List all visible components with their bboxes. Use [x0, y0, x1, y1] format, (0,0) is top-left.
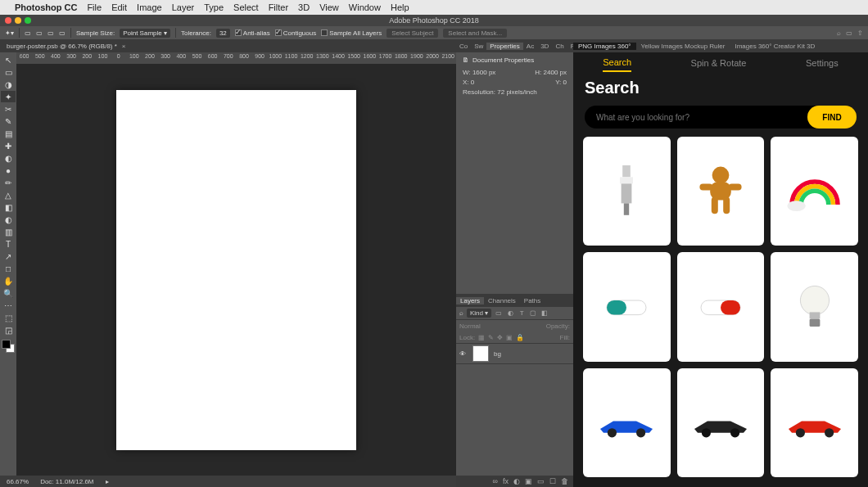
filter-smart-icon[interactable]: ◧	[540, 309, 549, 317]
image-card-spark-plug[interactable]	[583, 137, 671, 246]
close-icon[interactable]	[5, 17, 11, 24]
menu-edit[interactable]: Edit	[111, 2, 127, 12]
crop-tool[interactable]: ✂	[1, 103, 16, 115]
image-card-race-car-red[interactable]	[771, 368, 858, 477]
visibility-icon[interactable]: 👁	[459, 350, 468, 358]
menu-3d[interactable]: 3D	[298, 2, 310, 12]
quickmask-tool[interactable]: ◲	[1, 324, 16, 336]
sampleall-checkbox[interactable]	[321, 29, 328, 36]
subtract-selection-icon[interactable]: ▭	[47, 29, 54, 37]
fx-icon[interactable]: fx	[503, 477, 509, 485]
image-card-light-bulb[interactable]	[771, 252, 858, 361]
workspace-icon[interactable]: ▭	[846, 29, 852, 37]
tab-color[interactable]: Co	[456, 43, 471, 50]
shape-tool[interactable]: □	[1, 263, 16, 274]
tab-paths[interactable]: Paths	[520, 297, 545, 304]
menu-help[interactable]: Help	[391, 2, 409, 12]
share-icon[interactable]: ⇪	[857, 29, 863, 37]
canvas-viewport[interactable]	[16, 64, 456, 476]
type-tool[interactable]: T	[1, 238, 16, 250]
close-tab-icon[interactable]: ×	[122, 43, 126, 50]
layer-name[interactable]: bg	[494, 350, 501, 358]
filter-pixel-icon[interactable]: ▭	[495, 309, 503, 317]
tab-3d[interactable]: 3D	[537, 43, 552, 50]
menu-filter[interactable]: Filter	[269, 2, 288, 12]
marquee-tool[interactable]: ▭	[1, 66, 16, 78]
zoom-icon[interactable]	[25, 17, 31, 24]
subnav-settings[interactable]: Settings	[806, 55, 839, 71]
menu-file[interactable]: File	[87, 2, 102, 12]
group-icon[interactable]: ▭	[537, 477, 545, 485]
image-card-gingerbread-man[interactable]	[677, 137, 765, 246]
eyedropper-tool[interactable]: ✎	[1, 115, 16, 127]
image-card-capsule-teal[interactable]	[583, 252, 671, 361]
image-card-capsule-red[interactable]	[677, 252, 765, 361]
sample-size-select[interactable]: Point Sample ▾	[120, 29, 170, 38]
layer-thumbnail[interactable]	[472, 345, 489, 362]
document-tab[interactable]: burger-poster.psb @ 66.7% (RGB/8) *	[7, 43, 117, 50]
document-canvas[interactable]	[116, 90, 356, 450]
dodge-tool[interactable]: ▥	[1, 226, 16, 237]
tab-swatches[interactable]: Sw	[471, 43, 486, 50]
contiguous-checkbox[interactable]	[275, 29, 282, 36]
search-icon[interactable]: ⌕	[837, 29, 841, 37]
tab-png-images[interactable]: PNG Images 360°	[573, 43, 636, 50]
filter-type-icon[interactable]: T	[518, 309, 526, 317]
tool-preset-icon[interactable]: ✦▾	[5, 29, 14, 37]
subnav-spin[interactable]: Spin & Rotate	[691, 55, 747, 71]
antialias-checkbox[interactable]	[235, 29, 242, 36]
add-selection-icon[interactable]: ▭	[36, 29, 43, 37]
image-card-rainbow[interactable]	[771, 137, 858, 246]
lock-position-icon[interactable]: ✥	[497, 334, 503, 341]
stamp-tool[interactable]: ●	[1, 165, 16, 176]
edit-toolbar[interactable]: ⬚	[1, 312, 16, 323]
search-input[interactable]	[585, 106, 819, 129]
image-card-race-car-black[interactable]	[677, 368, 765, 477]
menu-type[interactable]: Type	[204, 2, 224, 12]
tab-channels-mini[interactable]: Ch	[552, 43, 567, 50]
eraser-tool[interactable]: △	[1, 189, 16, 201]
tab-properties[interactable]: Properties	[486, 43, 522, 50]
path-tool[interactable]: ↗	[1, 250, 16, 262]
gradient-tool[interactable]: ◧	[1, 201, 16, 213]
select-subject-button[interactable]: Select Subject	[387, 29, 438, 38]
minimize-icon[interactable]	[15, 17, 21, 24]
filter-shape-icon[interactable]: ▢	[529, 309, 537, 317]
magic-wand-tool[interactable]: ✦	[1, 91, 16, 102]
status-chevron-icon[interactable]: ▸	[106, 478, 109, 485]
extras-tool[interactable]: ⋯	[1, 300, 16, 311]
adjustment-icon[interactable]: ▣	[525, 477, 532, 485]
new-layer-icon[interactable]: ☐	[549, 477, 556, 485]
link-layers-icon[interactable]: ∞	[493, 477, 498, 485]
trash-icon[interactable]: 🗑	[561, 477, 568, 485]
hand-tool[interactable]: ✋	[1, 275, 16, 286]
move-tool[interactable]: ↖	[1, 54, 16, 65]
lock-pixels-icon[interactable]: ✎	[488, 334, 494, 341]
lock-artboard-icon[interactable]: ▣	[506, 334, 513, 341]
lock-transparent-icon[interactable]: ▦	[478, 334, 485, 341]
foreground-color[interactable]	[2, 340, 11, 349]
tab-actions[interactable]: Ac	[523, 43, 537, 50]
tolerance-input[interactable]: 32	[216, 29, 230, 38]
tab-mockup-ruler[interactable]: Yellow Images Mockup Ruler	[636, 43, 730, 50]
menu-view[interactable]: View	[319, 2, 339, 12]
image-card-race-car-blue[interactable]	[583, 368, 671, 477]
color-swatches[interactable]	[2, 340, 15, 353]
healing-tool[interactable]: ✚	[1, 140, 16, 151]
blend-mode-select[interactable]: Normal	[459, 322, 481, 330]
subnav-search[interactable]: Search	[603, 54, 631, 72]
mask-icon[interactable]: ◐	[513, 477, 520, 485]
intersect-selection-icon[interactable]: ▭	[59, 29, 66, 37]
tab-creator-kit[interactable]: Images 360° Creator Kit 3D	[730, 43, 820, 50]
layer-row[interactable]: 👁 bg	[456, 343, 573, 364]
image-grid[interactable]	[573, 137, 868, 487]
select-mask-button[interactable]: Select and Mask...	[443, 29, 507, 38]
history-brush-tool[interactable]: ✏	[1, 177, 16, 188]
menu-select[interactable]: Select	[233, 2, 259, 12]
blur-tool[interactable]: ◐	[1, 214, 16, 225]
filter-kind-select[interactable]: Kind ▾	[467, 309, 491, 318]
menu-image[interactable]: Image	[137, 2, 162, 12]
frame-tool[interactable]: ▤	[1, 128, 16, 139]
lock-all-icon[interactable]: 🔒	[516, 334, 524, 341]
zoom-level[interactable]: 66.67%	[7, 478, 29, 485]
